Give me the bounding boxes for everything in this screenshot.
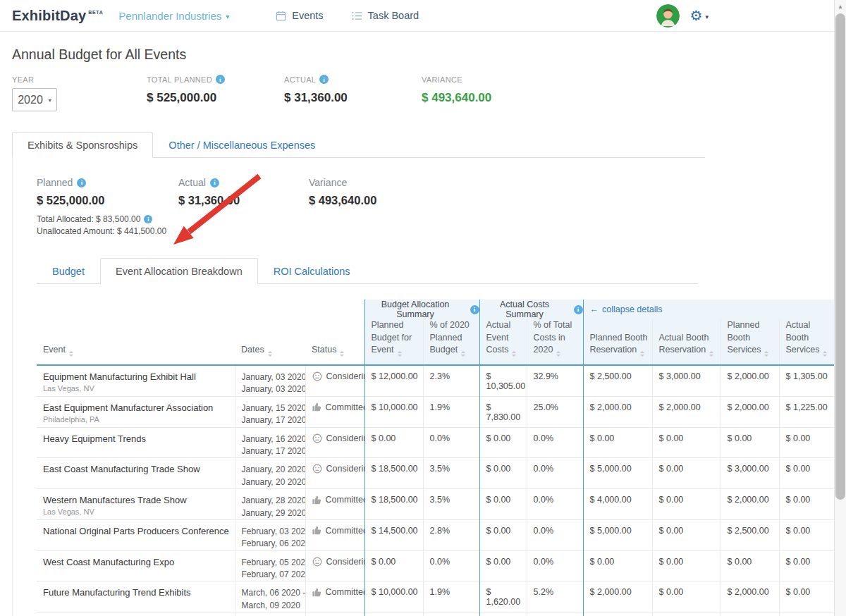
settings-dropdown[interactable]: ⚙ ▾ — [690, 8, 709, 23]
info-icon[interactable]: i — [210, 178, 219, 187]
considering-face-icon — [312, 433, 322, 443]
col-header-pct-total-costs[interactable]: % of Total Costs in 2020 — [527, 319, 583, 365]
status-label: Considering — [326, 464, 365, 474]
table-row: East Coast Manufacturing Trade ShowJanua… — [37, 458, 834, 489]
tab-event-allocation-breakdown[interactable]: Event Allocation Breakdown — [100, 258, 258, 284]
top-nav: ExhibitDay BETA Pennlander Industries ▾ … — [0, 0, 846, 32]
variance-label: VARIANCE — [422, 75, 462, 84]
date-end: January, 29 2020 — [242, 507, 302, 519]
amount-cell: 3.5% — [423, 458, 479, 489]
amount-cell: $ 0.00 — [652, 489, 721, 520]
sort-icon — [556, 349, 560, 359]
amount-cell: 3.5% — [423, 489, 479, 520]
amount-cell: $ 2,500.00 — [721, 519, 779, 550]
date-end: January, 03 2020 — [242, 383, 302, 395]
status-badge: Committed — [312, 587, 365, 597]
amount-cell: $ 2,000.00 — [721, 396, 779, 427]
table-row: Western Manufactures Trade ShowLas Vegas… — [37, 489, 834, 520]
tab-exhibits-sponsorships[interactable]: Exhibits & Sponsroships — [12, 132, 153, 158]
col-header-planned-booth-services[interactable]: Planned Booth Services — [721, 319, 779, 365]
sort-icon — [268, 349, 272, 359]
table-row: Future Manufacturing Trend ExhibitsMarch… — [37, 581, 834, 612]
amount-cell: $ 0.00 — [779, 427, 834, 458]
exhibits-panel: Plannedi $ 525,000.00 Total Allocated: $… — [12, 158, 846, 616]
year-value: 2020 — [18, 94, 43, 106]
info-icon[interactable]: i — [470, 305, 479, 314]
amount-cell: $ 3,000.00 — [652, 365, 721, 396]
col-header-actual-event-costs[interactable]: Actual Event Costs — [479, 319, 527, 365]
col-header-dates[interactable]: Dates — [235, 319, 305, 365]
budget-tabs: Budget Event Allocation Breakdown ROI Ca… — [37, 258, 698, 284]
amount-cell: $ 0.00 — [652, 550, 721, 581]
panel-stats: Plannedi $ 525,000.00 Total Allocated: $… — [37, 177, 846, 236]
status-badge: Committed — [312, 495, 365, 505]
collapse-details-label: collapse details — [602, 304, 662, 314]
year-block: YEAR 2020 ▾ — [12, 75, 147, 111]
tab-roi-calculations[interactable]: ROI Calculations — [258, 258, 366, 284]
event-status: Considering — [305, 550, 364, 581]
year-label: YEAR — [12, 75, 147, 84]
vertical-scrollbar[interactable]: ▲ — [834, 0, 846, 616]
considering-face-icon — [312, 557, 322, 567]
allocation-table: Budget Allocation Summaryi Actual Costs … — [37, 300, 835, 616]
col-header-status[interactable]: Status — [305, 319, 364, 365]
avatar[interactable] — [656, 4, 680, 27]
col-header-pct-planned-budget[interactable]: % of 2020 Planned Budget — [423, 319, 479, 365]
amount-cell: 1.9% — [423, 581, 479, 612]
nav-right: ⚙ ▾ — [656, 4, 709, 27]
total-planned-block: TOTAL PLANNEDi $ 525,000.00 — [147, 75, 284, 111]
beta-badge: BETA — [88, 10, 103, 15]
planned-label: Planned — [37, 177, 73, 188]
event-status: Committed — [305, 519, 364, 550]
event-status: Committed — [305, 581, 364, 612]
group-actual-costs-summary: Actual Costs Summaryi — [479, 300, 583, 319]
collapse-details-link[interactable]: ←collapse details — [583, 300, 834, 319]
info-icon[interactable]: i — [77, 178, 86, 187]
event-status: Committed — [305, 612, 364, 616]
planned-value: $ 525,000.00 — [37, 194, 178, 207]
variance-block: VARIANCE $ 493,640.00 — [422, 75, 559, 111]
amount-cell: 37.0% — [527, 612, 583, 616]
sort-icon — [640, 349, 644, 359]
col-header-planned-budget[interactable]: Planned Budget for Event — [364, 319, 423, 365]
year-select[interactable]: 2020 ▾ — [12, 88, 57, 111]
amount-cell: 0.0% — [527, 550, 583, 581]
amount-cell: $ 5,000.00 — [583, 519, 652, 550]
info-icon[interactable]: i — [144, 215, 152, 223]
amount-cell: $ 0.00 — [583, 550, 652, 581]
amount-cell: $ 4,000.00 — [583, 489, 652, 520]
nav-events-link[interactable]: Events — [276, 10, 323, 21]
event-dates: March, 06 2020 -March, 09 2020 — [235, 581, 305, 612]
event-cell: Heavy Equipment Trends — [37, 427, 235, 458]
app-logo[interactable]: ExhibitDay BETA — [12, 8, 103, 24]
amount-cell: 2.3% — [423, 365, 479, 396]
amount-cell: $ 2,000.00 — [583, 581, 652, 612]
amount-cell: $ 0.00 — [479, 550, 527, 581]
event-location: Las Vegas, NV — [43, 384, 231, 393]
tab-other-misc-expenses[interactable]: Other / Miscellaneous Expenses — [153, 132, 331, 158]
event-name: Future Manufacturing Trend Exhibits — [43, 587, 231, 598]
col-header-event[interactable]: Event — [37, 319, 235, 365]
calendar-icon — [276, 11, 286, 21]
amount-cell: $ 10,000.00 — [364, 396, 423, 427]
col-header-planned-booth-reservation[interactable]: Planned Booth Reservation — [583, 319, 652, 365]
scroll-up-arrow[interactable]: ▲ — [835, 0, 846, 10]
amount-cell: $ 0.00 — [583, 427, 652, 458]
col-header-actual-booth-services[interactable]: Actual Booth Services — [779, 319, 834, 365]
col-header-actual-booth-reservation[interactable]: Actual Booth Reservation — [652, 319, 721, 365]
status-label: Committed — [326, 402, 365, 412]
info-icon[interactable]: i — [574, 305, 583, 314]
tab-budget[interactable]: Budget — [37, 258, 100, 284]
gear-icon: ⚙ — [690, 8, 703, 23]
scrollbar-thumb[interactable] — [835, 13, 845, 500]
info-icon[interactable]: i — [319, 75, 329, 84]
org-dropdown[interactable]: Pennlander Industries ▾ — [118, 10, 229, 22]
nav-taskboard-link[interactable]: Task Board — [352, 10, 419, 21]
amount-cell: $ 0.00 — [721, 427, 779, 458]
status-label: Considering — [326, 557, 365, 567]
amount-cell: $ 0.00 — [652, 427, 721, 458]
status-badge: Considering — [312, 464, 365, 474]
info-icon[interactable]: i — [216, 75, 225, 84]
date-end: January, 17 2020 — [242, 445, 302, 457]
variance-panel-block: Variance $ 493,640.00 — [309, 177, 450, 236]
